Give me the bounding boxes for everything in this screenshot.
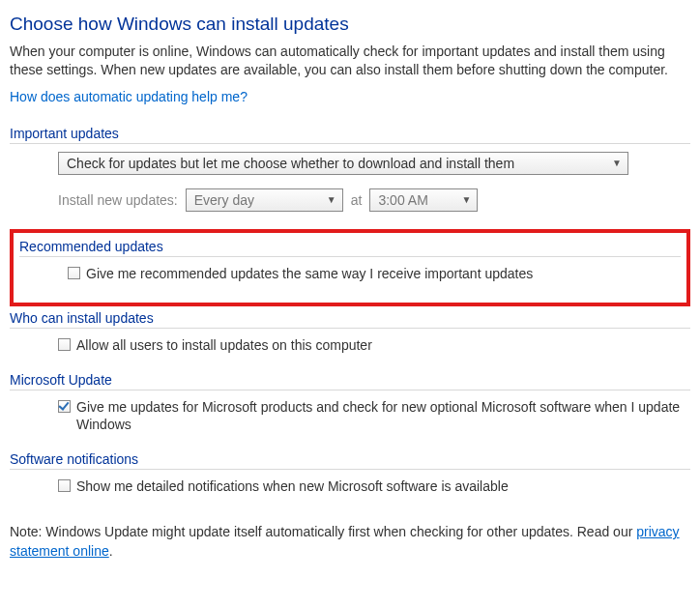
chevron-down-icon: ▼ [462,194,472,205]
at-label: at [351,192,363,208]
allow-all-users-label: Allow all users to install updates on th… [76,336,372,355]
footer-note-suffix: . [109,543,113,559]
section-important-updates: Important updates Check for updates but … [10,126,690,221]
highlight-annotation: Recommended updates Give me recommended … [10,229,690,306]
section-microsoft-update: Microsoft Update Give me updates for Mic… [10,372,690,445]
help-link[interactable]: How does automatic updating help me? [10,89,248,104]
section-who-can-install: Who can install updates Allow all users … [10,310,690,364]
section-header-msupdate: Microsoft Update [10,372,690,390]
recommended-updates-checkbox[interactable] [68,267,80,279]
update-mode-dropdown[interactable]: Check for updates but let me choose whet… [58,152,628,175]
microsoft-update-label: Give me updates for Microsoft products a… [76,398,690,435]
schedule-label: Install new updates: [58,192,178,208]
page-title: Choose how Windows can install updates [10,14,690,35]
section-software-notifications: Software notifications Show me detailed … [10,451,690,506]
section-header-recommended: Recommended updates [19,239,681,257]
schedule-day-selected: Every day [194,192,254,208]
schedule-time-dropdown[interactable]: 3:00 AM ▼ [369,188,478,212]
update-mode-selected: Check for updates but let me choose whet… [67,156,514,171]
software-notifications-label: Show me detailed notifications when new … [76,477,509,496]
chevron-down-icon: ▼ [327,194,336,205]
section-header-who: Who can install updates [10,310,690,329]
section-header-notifications: Software notifications [10,451,690,470]
schedule-day-dropdown[interactable]: Every day ▼ [186,188,343,212]
chevron-down-icon: ▼ [612,158,622,168]
microsoft-update-checkbox[interactable] [58,400,71,413]
footer-note: Note: Windows Update might update itself… [10,523,690,561]
footer-note-prefix: Note: Windows Update might update itself… [10,524,636,539]
recommended-updates-label: Give me recommended updates the same way… [86,265,533,283]
allow-all-users-checkbox[interactable] [58,338,71,351]
software-notifications-checkbox[interactable] [58,479,71,492]
section-header-important: Important updates [10,126,690,144]
intro-text: When your computer is online, Windows ca… [10,43,690,79]
schedule-time-selected: 3:00 AM [378,192,427,208]
